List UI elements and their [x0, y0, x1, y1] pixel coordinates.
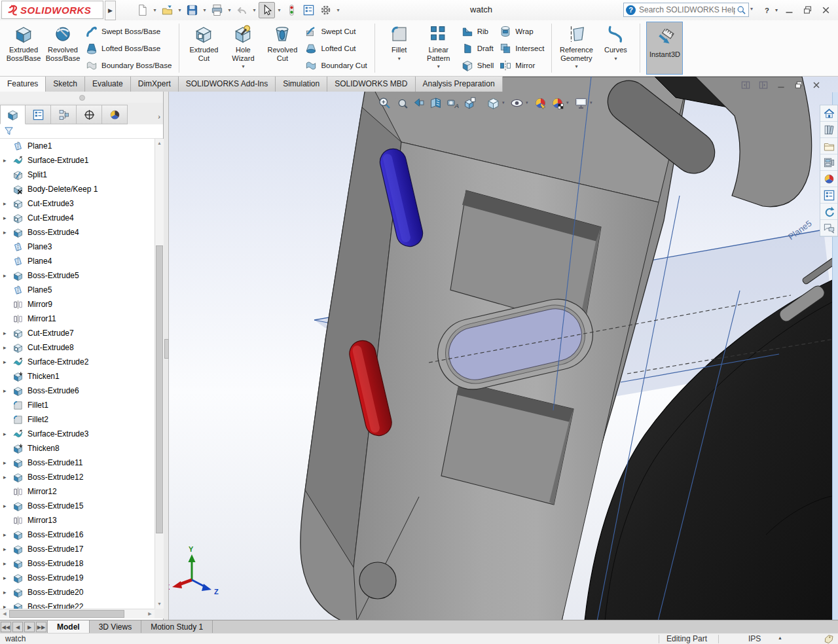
sheet-tab-3d-views[interactable]: 3D Views: [90, 620, 141, 634]
graphics-area[interactable]: Plane5 Y X Z: [164, 77, 838, 620]
scroll-right-icon[interactable]: ▶: [145, 609, 155, 618]
tree-horizontal-scrollbar[interactable]: ◀ ▶: [0, 609, 155, 618]
tab-solidworks-mbd[interactable]: SOLIDWORKS MBD: [327, 77, 415, 92]
new-document-button[interactable]: [134, 2, 151, 18]
vertical-scroll-thumb[interactable]: [156, 245, 163, 533]
ribbon-intersect-button[interactable]: Intersect: [499, 41, 544, 56]
panel-splitter[interactable]: [164, 92, 169, 620]
tree-item-surface-extrude2[interactable]: ▸ Surface-Extrude2: [0, 355, 155, 369]
status-unit-system[interactable]: IPS: [748, 634, 761, 643]
tree-item-cut-extrude8[interactable]: ▸ Cut-Extrude8: [0, 340, 155, 355]
scroll-up-icon[interactable]: ▲: [155, 139, 164, 148]
undo-button[interactable]: [234, 2, 250, 18]
ribbon-linear-pattern-button[interactable]: LinearPattern▾: [419, 20, 458, 76]
hide-show-items-dropdown-icon[interactable]: ▾: [526, 100, 531, 105]
tree-item-boss-extrude20[interactable]: ▸ Boss-Extrude20: [0, 585, 155, 599]
ribbon-boundary-boss-base-button[interactable]: Boundary Boss/Base: [85, 58, 172, 73]
sheet-tab-model[interactable]: Model: [47, 620, 90, 634]
configurationmanager-tab[interactable]: [51, 105, 77, 124]
ribbon-instant3d-button[interactable]: Instant3D: [646, 22, 683, 75]
search-input[interactable]: [638, 5, 737, 15]
dimxpertmanager-tab[interactable]: [77, 105, 102, 124]
solidworks-forum-button[interactable]: [820, 220, 837, 236]
dropdown-icon[interactable]: ▾: [242, 63, 244, 69]
ribbon-fillet-button[interactable]: Fillet▾: [380, 20, 419, 76]
tree-item-split1[interactable]: Split1: [0, 168, 155, 182]
tree-item-mirror13[interactable]: Mirror13: [0, 513, 155, 528]
previous-document-button[interactable]: [738, 79, 752, 91]
save-document-button[interactable]: [184, 2, 200, 18]
help-search-box[interactable]: ?: [623, 3, 749, 17]
selection-filter-button[interactable]: [283, 2, 300, 18]
tree-vertical-scrollbar[interactable]: ▲ ▼: [155, 139, 164, 609]
tree-item-cut-extrude7[interactable]: ▸ Cut-Extrude7: [0, 326, 155, 340]
expand-arrow-icon[interactable]: ▸: [3, 560, 12, 567]
expand-arrow-icon[interactable]: ▸: [3, 546, 12, 552]
expand-arrow-icon[interactable]: ▸: [3, 474, 12, 480]
expand-arrow-icon[interactable]: ▸: [3, 431, 12, 437]
tab-features[interactable]: Features: [0, 77, 46, 92]
file-explorer-button[interactable]: [820, 138, 837, 154]
ribbon-rib-button[interactable]: Rib: [461, 24, 494, 39]
hide-show-items-button[interactable]: [509, 95, 524, 111]
expand-arrow-icon[interactable]: ▸: [3, 272, 12, 279]
custom-properties-button[interactable]: [820, 187, 837, 204]
options-button[interactable]: [318, 2, 334, 18]
expand-arrow-icon[interactable]: ▸: [3, 200, 12, 207]
scroll-down-icon[interactable]: ▼: [155, 599, 164, 609]
units-dropdown-icon[interactable]: ▲: [778, 635, 782, 640]
tree-item-plane3[interactable]: Plane3: [0, 240, 155, 254]
expand-arrow-icon[interactable]: ▸: [3, 344, 12, 351]
tree-item-fillet1[interactable]: Fillet1: [0, 398, 155, 412]
dropdown-icon[interactable]: ▾: [437, 63, 440, 69]
tab-evaluate[interactable]: Evaluate: [85, 77, 131, 92]
tree-item-fillet2[interactable]: Fillet2: [0, 412, 155, 427]
tree-item-mirror11[interactable]: Mirror11: [0, 312, 155, 326]
ribbon-mirror-button[interactable]: Mirror: [499, 58, 544, 73]
search-icon[interactable]: [737, 5, 746, 15]
tab-analysis-preparation[interactable]: Analysis Preparation: [416, 77, 503, 92]
dropdown-icon[interactable]: ▾: [614, 56, 617, 62]
scroll-left-icon[interactable]: ◀: [0, 609, 9, 618]
undo-dropdown-icon[interactable]: ▾: [251, 7, 258, 13]
tree-item-body-delete-keep-1[interactable]: Body-Delete/Keep 1: [0, 182, 155, 196]
featuremanager-design-tree-tab[interactable]: [0, 105, 26, 124]
expand-arrow-icon[interactable]: ▸: [3, 459, 12, 466]
view-orientation-button[interactable]: [462, 95, 477, 111]
tree-item-boss-extrude18[interactable]: ▸ Boss-Extrude18: [0, 556, 155, 571]
manager-tabs-overflow-icon[interactable]: ›: [158, 113, 160, 120]
restore-button[interactable]: [800, 3, 814, 17]
search-dropdown-icon[interactable]: ▾: [750, 6, 753, 12]
new-document-dropdown-icon[interactable]: ▾: [151, 7, 158, 13]
dropdown-icon[interactable]: ▾: [575, 63, 577, 69]
section-view-button[interactable]: [428, 95, 443, 111]
appearances-scenes-button[interactable]: [820, 171, 837, 187]
display-style-dropdown-icon[interactable]: ▾: [502, 100, 507, 105]
print-document-button[interactable]: [209, 2, 225, 18]
tree-item-cut-extrude3[interactable]: ▸ Cut-Extrude3: [0, 196, 155, 211]
tab-dimxpert[interactable]: DimXpert: [131, 77, 179, 92]
tree-item-boss-extrude15[interactable]: ▸ Boss-Extrude15: [0, 499, 155, 513]
ribbon-extruded-boss-base-button[interactable]: ExtrudedBoss/Base: [4, 20, 43, 76]
tree-item-boss-extrude5[interactable]: ▸ Boss-Extrude5: [0, 268, 155, 283]
next-sheet-button[interactable]: ▶: [24, 622, 35, 632]
close-document-button[interactable]: [809, 79, 823, 91]
ribbon-lofted-boss-base-button[interactable]: Lofted Boss/Base: [85, 41, 172, 56]
expand-arrow-icon[interactable]: ▸: [3, 229, 12, 236]
toolbar-flyout-button[interactable]: ▶: [105, 1, 116, 20]
displaymanager-tab[interactable]: [102, 105, 128, 124]
expand-arrow-icon[interactable]: ▸: [3, 157, 12, 164]
tree-item-mirror12[interactable]: Mirror12: [0, 484, 155, 499]
solidworks-sync-button[interactable]: [820, 204, 837, 220]
save-document-dropdown-icon[interactable]: ▾: [201, 7, 208, 13]
ribbon-draft-button[interactable]: Draft: [461, 41, 494, 56]
tree-item-boss-extrude6[interactable]: ▸ Boss-Extrude6: [0, 384, 155, 398]
tree-item-surface-extrude1[interactable]: ▸ Surface-Extrude1: [0, 153, 155, 168]
view-settings-dropdown-icon[interactable]: ▾: [590, 100, 595, 105]
sheet-tab-motion-study-1[interactable]: Motion Study 1: [141, 620, 213, 634]
tree-item-plane4[interactable]: Plane4: [0, 254, 155, 268]
tree-item-cut-extrude4[interactable]: ▸ Cut-Extrude4: [0, 211, 155, 225]
apply-scene-dropdown-icon[interactable]: ▾: [566, 100, 572, 105]
ribbon-revolved-boss-base-button[interactable]: RevolvedBoss/Base: [43, 20, 82, 76]
help-dropdown-icon[interactable]: ▾: [775, 7, 778, 13]
